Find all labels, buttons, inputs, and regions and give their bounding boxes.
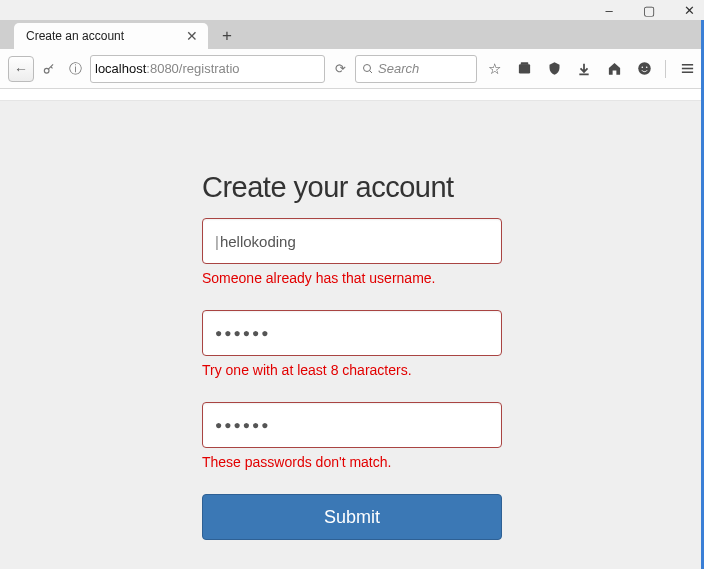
home-icon[interactable] bbox=[605, 60, 623, 78]
content-top-strip bbox=[0, 89, 704, 101]
svg-rect-4 bbox=[520, 62, 528, 65]
text-caret: | bbox=[215, 233, 219, 250]
confirm-masked: ●●●●●● bbox=[215, 418, 271, 432]
confirm-error: These passwords don't match. bbox=[202, 454, 502, 470]
new-tab-button[interactable]: + bbox=[214, 23, 240, 49]
svg-point-5 bbox=[638, 62, 651, 75]
browser-tab[interactable]: Create an account ✕ bbox=[14, 23, 208, 49]
toolbar-actions: ☆ bbox=[481, 60, 696, 78]
window-titlebar: – ▢ ✕ bbox=[0, 0, 704, 20]
svg-line-2 bbox=[370, 70, 373, 73]
downloads-icon[interactable] bbox=[575, 60, 593, 78]
svg-point-6 bbox=[641, 66, 643, 68]
username-value: hellokoding bbox=[220, 233, 296, 250]
bookmark-star-icon[interactable]: ☆ bbox=[485, 60, 503, 78]
page-title: Create your account bbox=[202, 171, 502, 204]
registration-form: Create your account |hellokoding Someone… bbox=[202, 171, 502, 540]
key-icon[interactable] bbox=[38, 58, 60, 80]
feedback-icon[interactable] bbox=[635, 60, 653, 78]
window-maximize-button[interactable]: ▢ bbox=[640, 1, 658, 19]
svg-point-1 bbox=[364, 64, 371, 71]
search-placeholder: Search bbox=[378, 61, 419, 76]
hamburger-icon[interactable] bbox=[678, 60, 696, 78]
tab-close-button[interactable]: ✕ bbox=[184, 28, 200, 44]
back-button[interactable]: ← bbox=[8, 56, 34, 82]
info-icon[interactable]: ⓘ bbox=[64, 58, 86, 80]
password-field[interactable]: ●●●●●● bbox=[202, 310, 502, 356]
window-close-button[interactable]: ✕ bbox=[680, 1, 698, 19]
library-icon[interactable] bbox=[515, 60, 533, 78]
submit-button[interactable]: Submit bbox=[202, 494, 502, 540]
tab-strip: Create an account ✕ + bbox=[0, 20, 704, 49]
toolbar-separator bbox=[665, 60, 666, 78]
username-field[interactable]: |hellokoding bbox=[202, 218, 502, 264]
password-error: Try one with at least 8 characters. bbox=[202, 362, 502, 378]
window-minimize-button[interactable]: – bbox=[600, 1, 618, 19]
page-content: Create your account |hellokoding Someone… bbox=[0, 101, 704, 569]
search-bar[interactable]: Search bbox=[355, 55, 477, 83]
url-bar[interactable]: localhost:8080/registratio bbox=[90, 55, 325, 83]
svg-rect-3 bbox=[518, 64, 529, 73]
url-host: localhost bbox=[95, 61, 146, 76]
browser-toolbar: ← ⓘ localhost:8080/registratio ⟳ Search … bbox=[0, 49, 704, 89]
confirm-password-field[interactable]: ●●●●●● bbox=[202, 402, 502, 448]
password-masked: ●●●●●● bbox=[215, 326, 271, 340]
pocket-icon[interactable] bbox=[545, 60, 563, 78]
url-path: :8080/registratio bbox=[146, 61, 239, 76]
tab-title: Create an account bbox=[26, 29, 124, 43]
search-icon bbox=[362, 63, 374, 75]
username-error: Someone already has that username. bbox=[202, 270, 502, 286]
reload-button[interactable]: ⟳ bbox=[329, 58, 351, 80]
svg-point-7 bbox=[645, 66, 647, 68]
